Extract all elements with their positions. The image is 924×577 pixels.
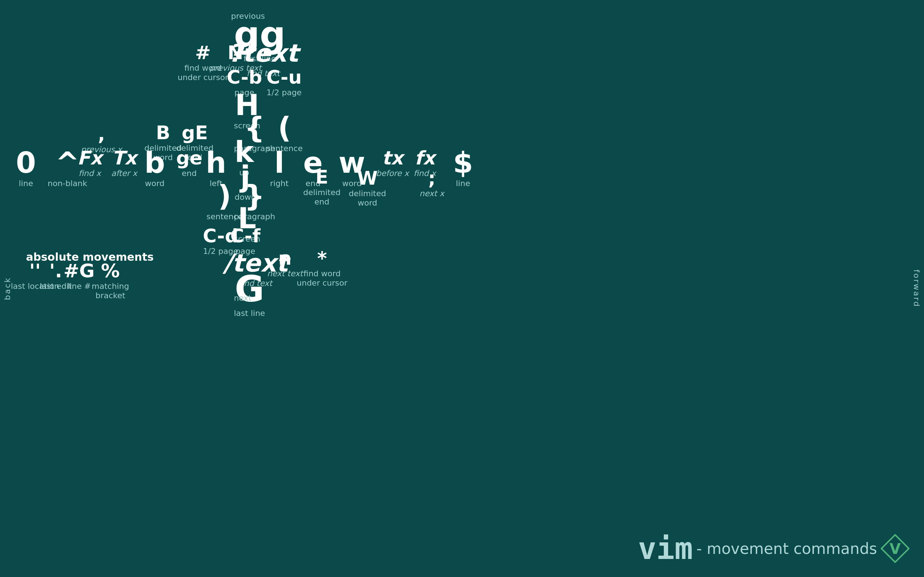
ge-command: ge end: [176, 148, 202, 178]
vim-branding: vim - movement commands V: [638, 531, 909, 566]
svg-text:V: V: [890, 541, 901, 557]
Tx-command: Tx after x: [111, 148, 137, 178]
next-label: next: [234, 292, 252, 303]
Fx-command: Fx find x: [77, 148, 102, 178]
zero-command: 0 line: [16, 148, 36, 188]
b-command: b word: [144, 148, 165, 188]
E-command: E delimited end: [303, 168, 340, 207]
Cu-command: C-u 1/2 page: [267, 68, 302, 97]
semicolon-command: ; next x: [419, 169, 444, 198]
vim-logo-text: vim: [638, 531, 693, 566]
forward-label: forward: [912, 269, 921, 307]
vim-diamond-icon: V: [881, 534, 909, 563]
open-paren-command: ( sentence: [267, 114, 303, 153]
hash-G-command: #G line #: [63, 261, 95, 291]
tx-command: tx before x: [376, 148, 409, 178]
percent-command: % matching bracket: [92, 261, 129, 301]
vim-tagline: - movement commands: [696, 540, 877, 558]
dollar-command: $ line: [453, 148, 473, 188]
asterisk-command: * find word under cursor: [297, 249, 347, 288]
